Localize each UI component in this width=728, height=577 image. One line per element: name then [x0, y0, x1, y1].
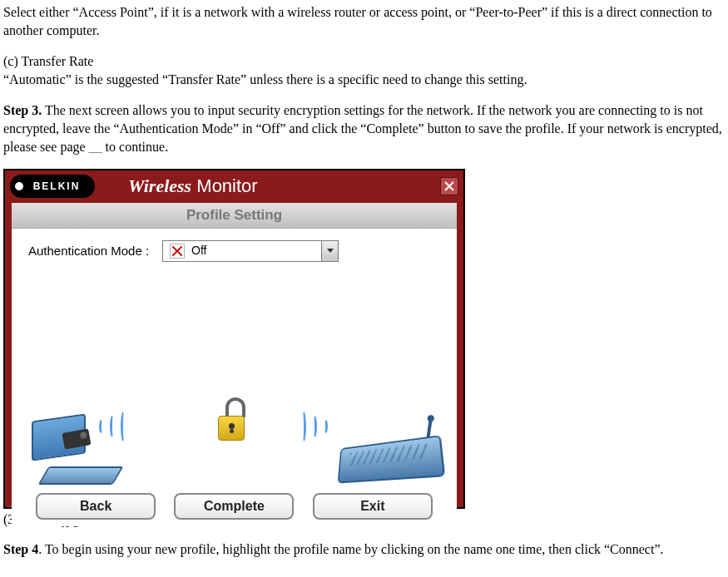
chevron-down-icon [327, 249, 334, 253]
svg-marker-2 [327, 249, 334, 253]
auth-mode-row: Authentication Mode : Off [12, 229, 457, 274]
subtitle-bar: Profile Setting [12, 203, 457, 229]
step-4-paragraph: Step 4. To begin using your new profile,… [3, 540, 725, 559]
wireless-monitor-window: BELKIN Wireless Monitor Profile Setting … [3, 169, 465, 509]
paragraph-access-point: Select either “Access Point”, if it is a… [3, 3, 725, 41]
padlock-open-icon [215, 397, 249, 441]
button-row: Back Complete Exit [12, 493, 457, 520]
title-wireless: Wireless [128, 175, 191, 196]
close-button[interactable] [440, 177, 458, 195]
section-c-body: “Automatic” is the suggested “Transfer R… [3, 72, 527, 86]
section-c-heading: (c) Transfer Rate [3, 54, 93, 68]
dropdown-arrow-button[interactable] [321, 241, 338, 261]
complete-button[interactable]: Complete [174, 493, 294, 520]
window-title: Wireless Monitor [128, 174, 258, 200]
step-3-paragraph: Step 3. The next screen allows you to in… [3, 101, 725, 157]
auth-mode-dropdown[interactable]: Off [162, 240, 339, 262]
step-4-body: . To begin using your new profile, highl… [38, 542, 663, 556]
logo-dot-icon [15, 182, 23, 190]
title-monitor: Monitor [191, 175, 257, 196]
subtitle-text: Profile Setting [186, 205, 282, 225]
network-illustration [12, 385, 457, 485]
signal-waves-left-icon [99, 410, 127, 443]
step-3-tail: to continue. [102, 140, 169, 154]
router-icon [315, 427, 440, 485]
auth-mode-label: Authentication Mode : [28, 242, 149, 259]
page-reference-placeholder: __ [89, 140, 102, 154]
close-icon [444, 181, 454, 191]
content-background: Profile Setting Authentication Mode : Of… [5, 203, 463, 507]
step-3-label: Step 3. [3, 103, 42, 117]
auth-mode-value: Off [191, 243, 206, 259]
content-panel: Authentication Mode : Off [12, 229, 457, 526]
titlebar: BELKIN Wireless Monitor [5, 170, 463, 203]
off-icon [170, 244, 185, 259]
belkin-logo: BELKIN [10, 175, 95, 198]
exit-button[interactable]: Exit [313, 493, 433, 520]
logo-text: BELKIN [33, 180, 81, 194]
back-button[interactable]: Back [36, 493, 156, 520]
section-c: (c) Transfer Rate “Automatic” is the sug… [3, 52, 725, 90]
step-4-label: Step 4 [3, 542, 38, 556]
